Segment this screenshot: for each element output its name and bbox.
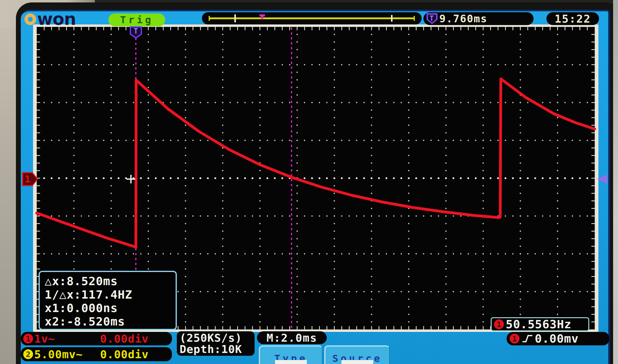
menu-button-source[interactable]: Source: [324, 345, 390, 364]
trig-status-badge: Trig: [108, 13, 165, 26]
channel-2-dot-icon: 2: [23, 349, 33, 359]
svg-text:T: T: [134, 27, 138, 35]
window-left-cap: [209, 16, 210, 21]
memory-window-line: [209, 17, 415, 19]
owon-logo-text: won: [37, 13, 76, 25]
rising-edge-icon: [522, 334, 533, 344]
channel-2-position: 0.00div: [100, 348, 149, 361]
cursor-x2-value: x2:-8.520ms: [45, 315, 171, 328]
cursor-dx-value: △x:8.520ms: [45, 274, 171, 288]
trigger-position-tick-icon: [259, 14, 265, 17]
horizontal-position-slider[interactable]: [202, 12, 422, 24]
cursor-measurement-panel: △x:8.520ms 1/△x:117.4HZ x1:0.000ns x2:-8…: [39, 271, 177, 330]
trigger-channel-dot-icon: 1: [510, 334, 519, 344]
oscilloscope-photo: T1 won Trig T 9.760ms 15:22 △x:8.520ms 1…: [0, 0, 618, 364]
screen-window-left-tick: [234, 14, 236, 22]
type-value-box: [275, 360, 307, 364]
channel-1-status: 1 1v~ 0.00div: [21, 332, 172, 345]
screen-window-right-tick: [391, 15, 393, 22]
cursor-x1-value: x1:0.000ns: [45, 301, 171, 315]
channel-1-dot-icon: 1: [494, 319, 504, 329]
trigger-time-value: 9.760ms: [439, 13, 487, 25]
timebase-badge: M:2.0ms: [257, 331, 327, 344]
trigger-level-value: 0.00mv: [535, 332, 579, 345]
trigger-status: 1 0.00mv: [507, 332, 609, 345]
trigger-level-arrow-icon: [597, 175, 607, 184]
clock-badge: 15:22: [546, 12, 599, 25]
window-right-cap: [414, 16, 415, 21]
record-depth: Depth:10K: [180, 344, 252, 355]
channel-1-position: 0.00div: [100, 333, 149, 345]
menu-button-type[interactable]: Type: [259, 345, 322, 364]
cursor-inv-dx-value: 1/△x:117.4HZ: [45, 288, 171, 301]
owon-logo: won: [24, 13, 76, 25]
channel-1-dot-icon: 1: [23, 334, 33, 344]
sample-rate: (250KS/s): [180, 332, 252, 344]
acquisition-status: (250KS/s) Depth:10K: [177, 331, 255, 356]
channel-1-scale: 1v~: [34, 333, 55, 345]
source-value-box: [341, 360, 373, 364]
trigger-time-badge: T 9.760ms: [423, 12, 534, 25]
channel-2-scale: 5.00mv~: [34, 348, 83, 361]
trigger-t-icon: T: [426, 13, 437, 24]
owon-logo-ring-icon: [24, 13, 36, 25]
frequency-counter: 1 50.5563Hz: [491, 317, 589, 331]
channel-2-status: 2 5.00mv~ 0.00div: [21, 347, 172, 361]
svg-text:1: 1: [24, 173, 30, 185]
frequency-value: 50.5563Hz: [506, 318, 571, 331]
